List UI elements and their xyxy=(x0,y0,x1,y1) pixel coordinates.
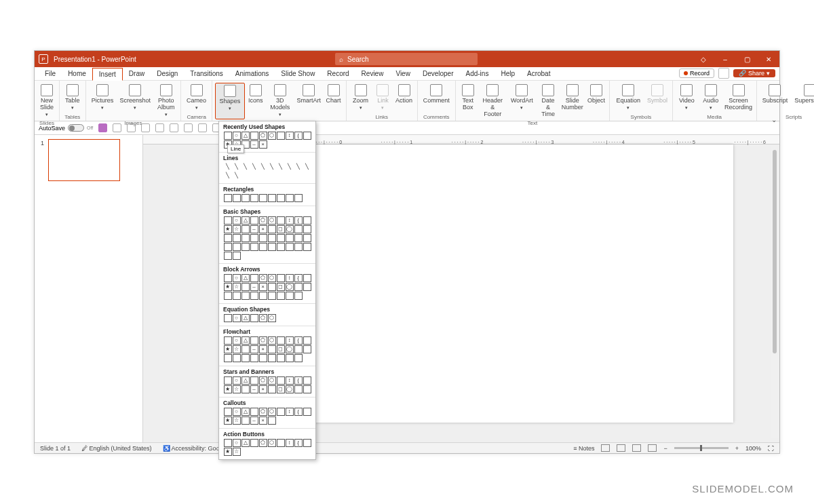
qat-icon[interactable] xyxy=(141,123,150,132)
tab-add-ins[interactable]: Add-ins xyxy=(460,67,495,80)
shape-item[interactable]: △ xyxy=(241,132,250,140)
tab-slide-show[interactable]: Slide Show xyxy=(275,67,321,80)
shape-item[interactable] xyxy=(303,225,311,233)
shape-item[interactable]: ☆ xyxy=(233,448,241,456)
shape-item[interactable] xyxy=(241,385,250,393)
shape-item[interactable] xyxy=(268,243,276,251)
slideshow-view-icon[interactable] xyxy=(648,444,657,452)
header &-footer-button[interactable]: Header &Footer xyxy=(479,83,507,119)
link-button[interactable]: Link xyxy=(373,83,392,113)
tab-animations[interactable]: Animations xyxy=(229,67,275,80)
shape-item[interactable]: ↕ xyxy=(286,336,294,345)
shape-item[interactable]: ⬡ xyxy=(268,439,276,447)
shape-item[interactable] xyxy=(259,354,267,362)
zoom-level[interactable]: 100% xyxy=(745,445,761,452)
shape-item[interactable]: ╲ xyxy=(250,163,258,171)
shape-item[interactable]: ╲ xyxy=(233,172,241,180)
shape-item[interactable]: ╲ xyxy=(224,172,232,180)
shape-item[interactable] xyxy=(268,225,276,233)
shape-item[interactable] xyxy=(250,439,258,447)
shape-item[interactable]: ↕ xyxy=(286,376,294,385)
shape-item[interactable]: ⬡ xyxy=(268,314,276,322)
shape-item[interactable] xyxy=(224,408,232,416)
shape-item[interactable]: { xyxy=(294,439,303,447)
shape-item[interactable]: ⬡ xyxy=(268,274,276,282)
shape-item[interactable] xyxy=(268,194,276,202)
shape-item[interactable] xyxy=(286,234,294,242)
shape-item[interactable]: △ xyxy=(241,439,250,447)
shape-item[interactable]: ◯ xyxy=(286,345,294,353)
shape-item[interactable] xyxy=(224,439,232,447)
zoom-in-icon[interactable]: + xyxy=(735,445,739,452)
shape-item[interactable] xyxy=(303,376,311,385)
shape-item[interactable] xyxy=(250,234,258,242)
shape-item[interactable]: ☆ xyxy=(233,385,241,393)
shape-item[interactable] xyxy=(277,376,285,385)
object-button[interactable]: Object xyxy=(586,83,607,119)
reading-view-icon[interactable] xyxy=(632,444,641,452)
shape-item[interactable]: × xyxy=(259,416,267,425)
shape-item[interactable] xyxy=(277,234,285,242)
user-icon[interactable]: ◇ xyxy=(693,51,714,67)
video-button[interactable]: Video xyxy=(676,83,698,113)
shape-item[interactable] xyxy=(294,345,303,353)
shape-item[interactable] xyxy=(268,416,276,425)
shape-item[interactable] xyxy=(286,354,294,362)
shape-item[interactable]: △ xyxy=(241,216,250,225)
shape-item[interactable]: ★ xyxy=(224,385,232,393)
shape-item[interactable] xyxy=(277,439,285,447)
shape-item[interactable] xyxy=(268,234,276,242)
shape-item[interactable] xyxy=(303,283,311,291)
shape-item[interactable]: ╲ xyxy=(286,163,294,171)
shape-item[interactable] xyxy=(241,225,250,233)
audio-button[interactable]: Audio xyxy=(699,83,722,113)
shape-item[interactable] xyxy=(294,243,303,251)
shape-item[interactable] xyxy=(294,283,303,291)
shape-item[interactable] xyxy=(294,194,303,202)
shape-item[interactable] xyxy=(224,354,232,362)
shape-item[interactable]: ◯ xyxy=(286,283,294,291)
shape-item[interactable]: ╲ xyxy=(303,163,311,171)
shape-item[interactable]: { xyxy=(294,376,303,385)
text-box-button[interactable]: TextBox xyxy=(459,83,478,119)
tab-file[interactable]: File xyxy=(39,67,62,80)
shape-item[interactable]: { xyxy=(294,336,303,345)
shape-item[interactable]: ⬠ xyxy=(259,336,267,345)
qat-icon[interactable] xyxy=(184,123,193,132)
sorter-view-icon[interactable] xyxy=(617,444,625,452)
shape-item[interactable]: ◯ xyxy=(286,225,294,233)
qat-undo-icon[interactable] xyxy=(113,123,121,132)
date &-time-button[interactable]: Date &Time xyxy=(537,83,559,119)
shape-item[interactable] xyxy=(303,234,311,242)
icons-button[interactable]: Icons xyxy=(246,83,265,119)
tab-view[interactable]: View xyxy=(389,67,416,80)
shape-item[interactable]: ★ xyxy=(224,225,232,233)
shape-item[interactable]: △ xyxy=(241,408,250,416)
shape-item[interactable] xyxy=(241,283,250,291)
shape-item[interactable]: ⬠ xyxy=(259,439,267,447)
shape-item[interactable]: △ xyxy=(241,314,250,322)
shape-item[interactable] xyxy=(233,194,241,202)
shape-item[interactable] xyxy=(250,243,258,251)
shape-item[interactable] xyxy=(241,416,250,425)
shape-item[interactable]: ★ xyxy=(224,448,232,456)
shape-item[interactable]: { xyxy=(294,274,303,282)
cameo-button[interactable]: Cameo xyxy=(184,83,209,113)
fit-to-window-icon[interactable]: ⛶ xyxy=(768,445,774,452)
wordart-button[interactable]: WordArt xyxy=(508,83,537,119)
slide-thumbnails-pane[interactable]: 1 xyxy=(35,135,143,442)
shape-item[interactable] xyxy=(277,408,285,416)
shape-item[interactable]: – xyxy=(250,416,258,425)
shape-item[interactable] xyxy=(241,194,250,202)
shape-item[interactable] xyxy=(259,292,267,300)
comment-button[interactable]: Comment xyxy=(421,83,452,113)
shape-item[interactable]: ╲ xyxy=(294,163,303,171)
shape-item[interactable] xyxy=(233,252,241,260)
slide-number-button[interactable]: SlideNumber xyxy=(560,83,585,119)
shape-item[interactable] xyxy=(250,216,258,225)
autosave-switch-icon[interactable] xyxy=(68,124,84,132)
shape-item[interactable] xyxy=(277,354,285,362)
autosave-toggle[interactable]: AutoSave Off xyxy=(39,124,93,132)
shape-item[interactable] xyxy=(277,274,285,282)
normal-view-icon[interactable] xyxy=(601,444,610,452)
